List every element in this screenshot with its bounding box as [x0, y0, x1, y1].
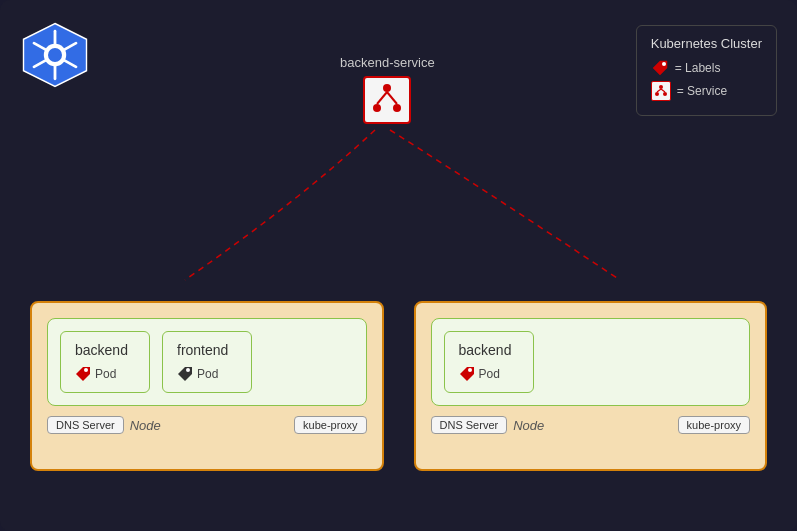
node-2-label: Node: [513, 418, 544, 433]
node-2-kube-proxy-badge: kube-proxy: [678, 416, 750, 434]
legend-labels-text: = Labels: [675, 61, 721, 75]
legend-service-tree-icon: [654, 84, 668, 98]
svg-line-13: [657, 89, 661, 92]
node-2-pods-container: backend Pod: [431, 318, 751, 406]
node-1-frontend-pod: frontend Pod: [162, 331, 252, 393]
node-1-frontend-pod-type: Pod: [197, 367, 218, 381]
node-1-dns-badge: DNS Server: [47, 416, 124, 434]
nodes-row: backend Pod frontend: [30, 301, 767, 471]
svg-point-16: [373, 104, 381, 112]
node-2-dns-badge: DNS Server: [431, 416, 508, 434]
node-2-backend-label-icon: [459, 366, 475, 382]
node-1-frontend-pod-name: frontend: [177, 342, 228, 358]
legend-box: Kubernetes Cluster = Labels = Service: [636, 25, 777, 116]
node-2-backend-pod-label-row: Pod: [459, 366, 500, 382]
legend-service-text: = Service: [677, 84, 727, 98]
service-tree-svg: [369, 82, 405, 118]
node-2-box: backend Pod DNS Server Node kube-proxy: [414, 301, 768, 471]
node-2-footer-left: DNS Server Node: [431, 416, 545, 434]
node-1-backend-pod-label-row: Pod: [75, 366, 116, 382]
node-1-box: backend Pod frontend: [30, 301, 384, 471]
node-1-backend-pod-name: backend: [75, 342, 128, 358]
legend-title: Kubernetes Cluster: [651, 36, 762, 51]
kubernetes-logo: [20, 20, 90, 90]
svg-point-2: [48, 48, 62, 62]
legend-labels-item: = Labels: [651, 59, 762, 77]
service-name-label: backend-service: [340, 55, 435, 70]
node-1-frontend-label-icon: [177, 366, 193, 382]
node-1-kube-proxy-badge: kube-proxy: [294, 416, 366, 434]
node-2-backend-pod-name: backend: [459, 342, 512, 358]
node-2-footer: DNS Server Node kube-proxy: [431, 416, 751, 434]
legend-service-item: = Service: [651, 81, 762, 101]
legend-service-icon: [651, 81, 671, 101]
node-1-backend-label-icon: [75, 366, 91, 382]
service-icon-box: [363, 76, 411, 124]
svg-point-9: [662, 62, 666, 66]
main-container: Kubernetes Cluster = Labels = Service: [0, 0, 797, 531]
svg-point-15: [383, 84, 391, 92]
svg-point-17: [393, 104, 401, 112]
node-2-backend-pod: backend Pod: [444, 331, 534, 393]
svg-line-19: [387, 92, 397, 104]
svg-point-12: [663, 92, 667, 96]
node-1-backend-pod-type: Pod: [95, 367, 116, 381]
node-1-frontend-pod-label-row: Pod: [177, 366, 218, 382]
svg-line-18: [377, 92, 387, 104]
svg-point-20: [84, 368, 88, 372]
svg-point-11: [655, 92, 659, 96]
node-1-backend-pod: backend Pod: [60, 331, 150, 393]
node-1-footer-left: DNS Server Node: [47, 416, 161, 434]
svg-point-21: [186, 368, 190, 372]
svg-point-10: [659, 85, 663, 89]
svg-line-14: [661, 89, 665, 92]
node-2-backend-pod-type: Pod: [479, 367, 500, 381]
legend-label-icon: [651, 59, 669, 77]
svg-point-22: [468, 368, 472, 372]
service-box: backend-service: [340, 55, 435, 124]
node-1-pods-container: backend Pod frontend: [47, 318, 367, 406]
node-1-label: Node: [130, 418, 161, 433]
node-1-footer: DNS Server Node kube-proxy: [47, 416, 367, 434]
